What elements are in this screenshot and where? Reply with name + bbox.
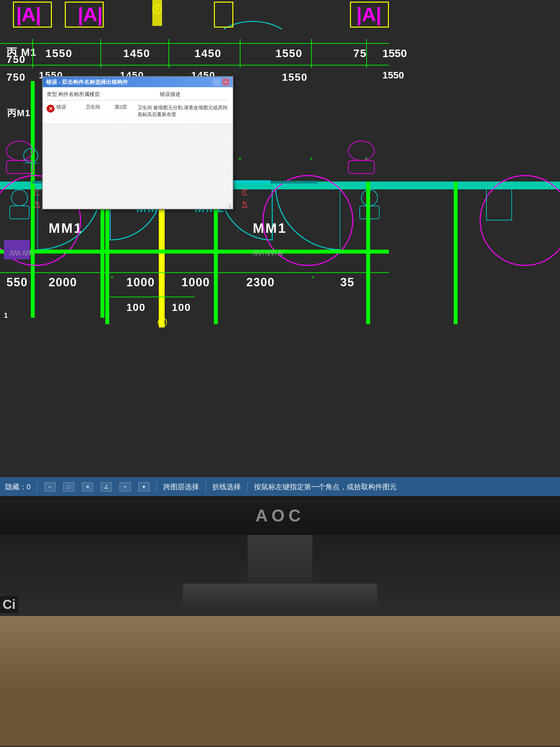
tick-2 bbox=[101, 39, 101, 68]
dim-1450-2: 1450 bbox=[194, 47, 222, 60]
yellow-top-1 bbox=[152, 0, 162, 26]
dialog-title: 错误 - 双击构件名称选择出错构件 bbox=[46, 78, 128, 86]
dim-100-1: 100 bbox=[126, 302, 145, 313]
error-icon: ✕ bbox=[47, 105, 54, 112]
tool-icon-rect[interactable]: □ bbox=[63, 483, 74, 491]
cad-drawing: 丙 M1 750 1550 1450 1450 1550 75 750 1550… bbox=[0, 0, 560, 496]
desk-surface bbox=[0, 616, 560, 746]
cross-bottom-1: × bbox=[31, 274, 34, 281]
tool-icon-angle[interactable]: ∠ bbox=[101, 483, 112, 491]
dim-line-top bbox=[0, 43, 389, 44]
dim-1000-1: 1000 bbox=[126, 276, 155, 289]
dialog-titlebar: 错误 - 双击构件名称选择出错构件 □ × bbox=[43, 77, 233, 87]
fixture-right-partial bbox=[486, 188, 512, 221]
cross-bottom-3: × bbox=[214, 274, 217, 281]
monitor-stand-neck bbox=[247, 535, 313, 587]
svg-point-8 bbox=[24, 149, 38, 163]
wall-bottom-h bbox=[0, 250, 389, 254]
statusbar-tool-2[interactable]: 折线选择 bbox=[212, 482, 241, 492]
dialog-error-name: 卫生间 bbox=[85, 104, 115, 110]
tick-5 bbox=[311, 39, 312, 68]
dialog-error-row: ✕ 错误 卫生间 第2层 卫生间 被墙图元分割,请查改墙图元或房间底标高后重新布… bbox=[47, 102, 229, 120]
resize-dots: ⠿ bbox=[229, 205, 231, 209]
dim-2300: 2300 bbox=[246, 276, 275, 289]
bottom-left-ci: Ci bbox=[0, 596, 18, 613]
sub-label-2: 1#卫 bbox=[240, 201, 249, 209]
dim-1450-1: 1450 bbox=[123, 47, 150, 60]
dialog-resize-handle[interactable]: ⠿ bbox=[43, 205, 233, 209]
tool-icon-l[interactable]: ⌐ bbox=[45, 483, 55, 491]
scatter-text-1: /\/\/\ /\/\/\ bbox=[10, 250, 33, 257]
dim-1550-2: 1550 bbox=[275, 47, 303, 60]
fixture-small-1 bbox=[20, 148, 42, 175]
top-yellow-rect-4 bbox=[350, 2, 389, 28]
screen: 丙 M1 750 1550 1450 1450 1550 75 750 1550… bbox=[0, 0, 560, 496]
cross-4: × bbox=[238, 156, 242, 162]
dialog-close-button[interactable]: × bbox=[222, 78, 230, 85]
dialog-col-header-right: 错误描述 bbox=[111, 91, 229, 98]
dim-line-2 bbox=[0, 65, 389, 66]
dialog-error-desc: 卫生间 被墙图元分割,请查改墙图元或房间底标高后重新布置 bbox=[137, 104, 229, 118]
cross-bottom-4: × bbox=[311, 274, 315, 281]
dialog-error-type: 错误 bbox=[56, 104, 85, 110]
statusbar-hidden-count: 隐藏：0 bbox=[5, 482, 30, 492]
dim-1000-2: 1000 bbox=[182, 276, 210, 289]
svg-point-6 bbox=[348, 141, 374, 160]
tick-1 bbox=[32, 39, 33, 68]
cross-5: × bbox=[310, 156, 313, 162]
dialog-body: 类型 构件名称所属楼层 错误描述 ✕ 错误 卫生间 第2层 卫生间 被墙图元分割… bbox=[43, 87, 233, 124]
top-yellow-rect-3 bbox=[214, 2, 233, 28]
tool-icon-plus[interactable]: ＋ bbox=[119, 483, 131, 491]
dim-line-bottom-1 bbox=[0, 272, 389, 273]
fixture-icon-1 bbox=[6, 188, 32, 221]
wall-right-2 bbox=[454, 182, 458, 324]
error-dialog[interactable]: 错误 - 双击构件名称选择出错构件 □ × 类型 构件名称所属楼层 错误描述 ✕… bbox=[42, 76, 233, 209]
monitor-bezel-bottom: AOC bbox=[0, 496, 560, 535]
circle-2-bottom: 2 bbox=[158, 318, 167, 327]
dim-550: 550 bbox=[6, 276, 28, 289]
tool-icon-dropdown[interactable]: ▾ bbox=[138, 483, 150, 491]
statusbar: 隐藏：0 ⌐ □ ✕ ∠ ＋ ▾ 跨图层选择 折线选择 按鼠标左键指定第一个角点… bbox=[0, 477, 560, 496]
statusbar-tool-1[interactable]: 跨图层选择 bbox=[163, 482, 199, 492]
dim-750-left: 750 bbox=[6, 71, 26, 83]
tick-6 bbox=[366, 39, 367, 68]
statusbar-sep-2 bbox=[157, 482, 157, 492]
svg-point-0 bbox=[11, 190, 28, 206]
top-yellow-rect-2 bbox=[65, 2, 104, 28]
monitor-stand-area: AOC bbox=[0, 496, 560, 747]
monitor-brand: AOC bbox=[256, 506, 304, 525]
dim-right-1: 1550 bbox=[382, 47, 407, 60]
top-yellow-rect-1 bbox=[13, 2, 52, 28]
fixture-magenta-2 bbox=[347, 139, 376, 175]
dim-100-2: 100 bbox=[172, 302, 191, 313]
statusbar-sep-3 bbox=[206, 482, 206, 492]
svg-rect-1 bbox=[10, 206, 29, 219]
dim-right-2: 1550 bbox=[382, 70, 404, 81]
label-m1-2: 丙M1 bbox=[7, 107, 31, 119]
dialog-error-floor: 第2层 bbox=[115, 104, 137, 110]
left-750-1: 750 bbox=[6, 53, 26, 66]
cross-bottom-2: × bbox=[110, 274, 114, 281]
dialog-controls: □ × bbox=[213, 78, 230, 85]
scatter-text-2: /\/\/\ /\/\/\ /\/ bbox=[253, 250, 283, 257]
tick-3 bbox=[168, 39, 169, 68]
tick-4 bbox=[240, 39, 240, 68]
dialog-header-row: 类型 构件名称所属楼层 错误描述 bbox=[47, 91, 229, 100]
dim-35: 35 bbox=[340, 276, 354, 289]
dialog-col-header-left: 类型 构件名称所属楼层 bbox=[47, 91, 111, 98]
num-1: 1 bbox=[4, 311, 8, 320]
monitor-stand-base bbox=[183, 584, 377, 610]
dialog-minimize-button[interactable]: □ bbox=[213, 78, 220, 85]
dim-75: 75 bbox=[353, 47, 367, 60]
wall-right-1 bbox=[366, 182, 370, 324]
tool-icon-x[interactable]: ✕ bbox=[82, 483, 93, 491]
statusbar-sep-1 bbox=[37, 482, 37, 492]
svg-rect-7 bbox=[348, 160, 374, 174]
dim-2000: 2000 bbox=[49, 276, 77, 289]
statusbar-hint: 按鼠标左键指定第一个角点，或拾取构件图元 bbox=[254, 482, 397, 492]
dim-line-bottom-2 bbox=[110, 297, 194, 297]
dialog-empty-area bbox=[43, 124, 233, 205]
dim-1550-1: 1550 bbox=[45, 47, 73, 60]
dim-1550-right: 1550 bbox=[282, 71, 308, 83]
